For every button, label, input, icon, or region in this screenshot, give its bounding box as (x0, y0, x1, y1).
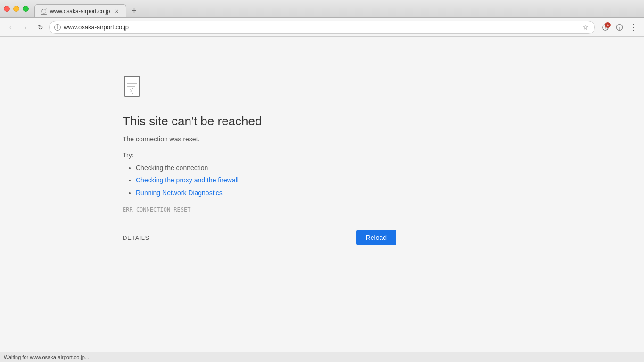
tab-favicon (41, 8, 47, 15)
reload-button[interactable]: ↻ (34, 21, 47, 34)
error-code: ERR_CONNECTION_RESET (123, 206, 396, 213)
proxy-firewall-link[interactable]: Checking the proxy and the firewall (136, 176, 239, 184)
forward-icon: › (25, 24, 27, 31)
back-icon: ‹ (9, 24, 12, 31)
maximize-window-button[interactable] (23, 6, 29, 12)
tab-bar: www.osaka-airport.co.jp × + (33, 0, 640, 17)
error-title: This site can't be reached (123, 114, 396, 129)
address-url: www.osaka-airport.co.jp (64, 24, 578, 31)
error-list: Checking the connection Checking the pro… (123, 163, 396, 198)
title-bar: www.osaka-airport.co.jp × + (0, 0, 644, 18)
help-button[interactable]: i (613, 21, 626, 34)
reload-icon: ↻ (38, 24, 43, 31)
address-bar[interactable]: i www.osaka-airport.co.jp ☆ (49, 21, 595, 34)
list-item-text: Checking the connection (136, 164, 208, 172)
bookmark-star-icon[interactable]: ☆ (580, 23, 590, 32)
error-try-label: Try: (123, 151, 396, 159)
reload-page-button[interactable]: Reload (356, 230, 396, 245)
svg-text::(: :( (129, 87, 133, 94)
traffic-lights (4, 6, 29, 12)
tab-close-button[interactable]: × (113, 8, 120, 15)
network-diagnostics-link[interactable]: Running Network Diagnostics (136, 189, 223, 197)
list-item: Checking the connection (136, 163, 396, 173)
page-content: :( This site can't be reached The connec… (0, 37, 644, 352)
address-info-icon: i (54, 24, 61, 31)
close-window-button[interactable] (4, 6, 10, 12)
svg-text:i: i (619, 25, 620, 30)
active-tab[interactable]: www.osaka-airport.co.jp × (34, 4, 126, 17)
error-icon: :( (123, 74, 396, 103)
new-tab-button[interactable]: + (127, 4, 140, 17)
error-subtitle: The connection was reset. (123, 135, 396, 143)
status-bar: Waiting for www.osaka-airport.co.jp... (0, 352, 644, 362)
tab-loading-spinner (41, 9, 46, 14)
toolbar-icons: ! 1 i ⋮ (599, 21, 640, 34)
back-button[interactable]: ‹ (4, 21, 17, 34)
error-container: :( This site can't be reached The connec… (123, 74, 396, 245)
toolbar: ‹ › ↻ i www.osaka-airport.co.jp ☆ ! 1 i … (0, 18, 644, 37)
menu-button[interactable]: ⋮ (627, 21, 640, 34)
forward-button[interactable]: › (19, 21, 32, 34)
extensions-button[interactable]: ! 1 (599, 21, 612, 34)
error-actions: DETAILS Reload (123, 230, 396, 245)
tab-title: www.osaka-airport.co.jp (50, 8, 110, 15)
extensions-badge: 1 (605, 22, 611, 28)
status-text: Waiting for www.osaka-airport.co.jp... (4, 354, 89, 360)
minimize-window-button[interactable] (13, 6, 19, 12)
details-button[interactable]: DETAILS (123, 234, 149, 241)
list-item: Checking the proxy and the firewall (136, 175, 396, 185)
menu-icon: ⋮ (629, 22, 638, 33)
list-item: Running Network Diagnostics (136, 188, 396, 198)
